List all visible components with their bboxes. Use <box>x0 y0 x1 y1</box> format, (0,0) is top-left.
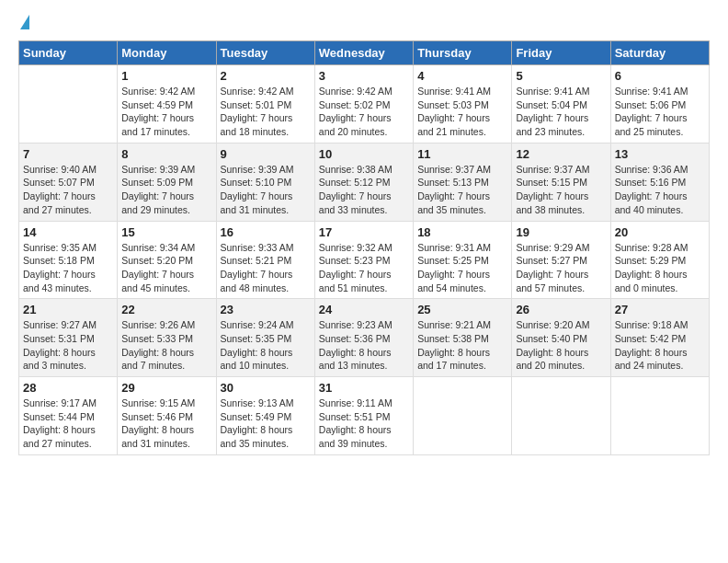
calendar-cell <box>19 65 118 144</box>
cell-info: Sunrise: 9:42 AMSunset: 5:01 PMDaylight:… <box>221 85 311 139</box>
day-number: 9 <box>221 147 311 161</box>
day-number: 29 <box>121 381 211 395</box>
calendar-cell: 24Sunrise: 9:23 AMSunset: 5:36 PMDayligh… <box>314 299 413 377</box>
cell-info: Sunrise: 9:28 AMSunset: 5:29 PMDaylight:… <box>615 241 705 295</box>
calendar-cell: 6Sunrise: 9:41 AMSunset: 5:06 PMDaylight… <box>610 65 709 144</box>
cell-info: Sunrise: 9:35 AMSunset: 5:18 PMDaylight:… <box>23 241 113 295</box>
day-number: 15 <box>121 225 211 239</box>
cell-info: Sunrise: 9:26 AMSunset: 5:33 PMDaylight:… <box>121 318 211 373</box>
day-number: 11 <box>417 147 507 161</box>
cell-info: Sunrise: 9:39 AMSunset: 5:09 PMDaylight:… <box>121 163 211 217</box>
cell-info: Sunrise: 9:41 AMSunset: 5:03 PMDaylight:… <box>417 85 507 139</box>
calendar-week-2: 7Sunrise: 9:40 AMSunset: 5:07 PMDaylight… <box>19 143 710 221</box>
calendar-cell: 27Sunrise: 9:18 AMSunset: 5:42 PMDayligh… <box>610 299 709 377</box>
day-number: 22 <box>121 303 211 316</box>
day-number: 2 <box>221 69 311 83</box>
cell-info: Sunrise: 9:29 AMSunset: 5:27 PMDaylight:… <box>516 241 606 295</box>
cell-info: Sunrise: 9:18 AMSunset: 5:42 PMDaylight:… <box>615 318 705 373</box>
cell-info: Sunrise: 9:13 AMSunset: 5:49 PMDaylight:… <box>221 396 311 451</box>
day-number: 3 <box>319 69 409 83</box>
calendar-cell: 23Sunrise: 9:24 AMSunset: 5:35 PMDayligh… <box>216 299 314 377</box>
calendar-cell: 14Sunrise: 9:35 AMSunset: 5:18 PMDayligh… <box>19 221 118 299</box>
calendar-cell: 10Sunrise: 9:38 AMSunset: 5:12 PMDayligh… <box>314 143 413 221</box>
day-number: 24 <box>319 303 409 316</box>
calendar-cell <box>610 377 709 455</box>
calendar-cell: 29Sunrise: 9:15 AMSunset: 5:46 PMDayligh… <box>118 377 216 455</box>
cell-info: Sunrise: 9:42 AMSunset: 4:59 PMDaylight:… <box>121 85 211 139</box>
day-number: 20 <box>615 225 705 239</box>
weekday-header-friday: Friday <box>512 41 610 65</box>
day-number: 12 <box>516 147 606 161</box>
cell-info: Sunrise: 9:41 AMSunset: 5:04 PMDaylight:… <box>516 85 606 139</box>
cell-info: Sunrise: 9:11 AMSunset: 5:51 PMDaylight:… <box>319 396 409 451</box>
cell-info: Sunrise: 9:33 AMSunset: 5:21 PMDaylight:… <box>221 241 311 295</box>
weekday-header-thursday: Thursday <box>414 41 512 65</box>
weekday-header-monday: Monday <box>118 41 216 65</box>
calendar-cell: 21Sunrise: 9:27 AMSunset: 5:31 PMDayligh… <box>19 299 118 377</box>
calendar-cell: 28Sunrise: 9:17 AMSunset: 5:44 PMDayligh… <box>19 377 118 455</box>
day-number: 4 <box>417 69 507 83</box>
day-number: 19 <box>516 225 606 239</box>
calendar-cell <box>414 377 512 455</box>
cell-info: Sunrise: 9:37 AMSunset: 5:13 PMDaylight:… <box>417 163 507 217</box>
day-number: 30 <box>221 381 311 395</box>
weekday-header-tuesday: Tuesday <box>216 41 314 65</box>
calendar-cell: 1Sunrise: 9:42 AMSunset: 4:59 PMDaylight… <box>118 65 216 144</box>
day-number: 25 <box>417 303 507 316</box>
calendar-cell: 9Sunrise: 9:39 AMSunset: 5:10 PMDaylight… <box>216 143 314 221</box>
cell-info: Sunrise: 9:34 AMSunset: 5:20 PMDaylight:… <box>121 241 211 295</box>
calendar-cell: 16Sunrise: 9:33 AMSunset: 5:21 PMDayligh… <box>216 221 314 299</box>
page-header <box>18 15 710 31</box>
calendar-cell: 12Sunrise: 9:37 AMSunset: 5:15 PMDayligh… <box>512 143 610 221</box>
day-number: 31 <box>319 381 409 395</box>
cell-info: Sunrise: 9:24 AMSunset: 5:35 PMDaylight:… <box>221 318 311 373</box>
day-number: 10 <box>319 147 409 161</box>
cell-info: Sunrise: 9:20 AMSunset: 5:40 PMDaylight:… <box>516 318 606 373</box>
day-number: 18 <box>417 225 507 239</box>
calendar-cell: 15Sunrise: 9:34 AMSunset: 5:20 PMDayligh… <box>118 221 216 299</box>
calendar-cell: 11Sunrise: 9:37 AMSunset: 5:13 PMDayligh… <box>414 143 512 221</box>
calendar-cell: 25Sunrise: 9:21 AMSunset: 5:38 PMDayligh… <box>414 299 512 377</box>
calendar-cell <box>512 377 610 455</box>
day-number: 5 <box>516 69 606 83</box>
calendar-cell: 30Sunrise: 9:13 AMSunset: 5:49 PMDayligh… <box>216 377 314 455</box>
cell-info: Sunrise: 9:32 AMSunset: 5:23 PMDaylight:… <box>319 241 409 295</box>
calendar-cell: 3Sunrise: 9:42 AMSunset: 5:02 PMDaylight… <box>314 65 413 144</box>
day-number: 21 <box>23 303 113 316</box>
day-number: 26 <box>516 303 606 316</box>
day-number: 17 <box>319 225 409 239</box>
cell-info: Sunrise: 9:38 AMSunset: 5:12 PMDaylight:… <box>319 163 409 217</box>
day-number: 7 <box>23 147 113 161</box>
day-number: 13 <box>615 147 705 161</box>
calendar-week-3: 14Sunrise: 9:35 AMSunset: 5:18 PMDayligh… <box>19 221 710 299</box>
cell-info: Sunrise: 9:40 AMSunset: 5:07 PMDaylight:… <box>23 163 113 217</box>
calendar-week-4: 21Sunrise: 9:27 AMSunset: 5:31 PMDayligh… <box>19 299 710 377</box>
cell-info: Sunrise: 9:39 AMSunset: 5:10 PMDaylight:… <box>221 163 311 217</box>
cell-info: Sunrise: 9:36 AMSunset: 5:16 PMDaylight:… <box>615 163 705 217</box>
day-number: 14 <box>23 225 113 239</box>
cell-info: Sunrise: 9:37 AMSunset: 5:15 PMDaylight:… <box>516 163 606 217</box>
calendar-cell: 17Sunrise: 9:32 AMSunset: 5:23 PMDayligh… <box>314 221 413 299</box>
calendar-cell: 8Sunrise: 9:39 AMSunset: 5:09 PMDaylight… <box>118 143 216 221</box>
cell-info: Sunrise: 9:23 AMSunset: 5:36 PMDaylight:… <box>319 318 409 373</box>
calendar-cell: 22Sunrise: 9:26 AMSunset: 5:33 PMDayligh… <box>118 299 216 377</box>
calendar-cell: 4Sunrise: 9:41 AMSunset: 5:03 PMDaylight… <box>414 65 512 144</box>
calendar-cell: 13Sunrise: 9:36 AMSunset: 5:16 PMDayligh… <box>610 143 709 221</box>
day-number: 16 <box>221 225 311 239</box>
cell-info: Sunrise: 9:17 AMSunset: 5:44 PMDaylight:… <box>23 396 113 451</box>
cell-info: Sunrise: 9:41 AMSunset: 5:06 PMDaylight:… <box>615 85 705 139</box>
day-number: 27 <box>615 303 705 316</box>
day-number: 1 <box>121 69 211 83</box>
day-number: 6 <box>615 69 705 83</box>
day-number: 23 <box>221 303 311 316</box>
calendar-cell: 18Sunrise: 9:31 AMSunset: 5:25 PMDayligh… <box>414 221 512 299</box>
day-number: 8 <box>121 147 211 161</box>
cell-info: Sunrise: 9:42 AMSunset: 5:02 PMDaylight:… <box>319 85 409 139</box>
calendar-cell: 31Sunrise: 9:11 AMSunset: 5:51 PMDayligh… <box>314 377 413 455</box>
calendar-cell: 19Sunrise: 9:29 AMSunset: 5:27 PMDayligh… <box>512 221 610 299</box>
logo <box>18 15 29 31</box>
weekday-header-wednesday: Wednesday <box>314 41 413 65</box>
calendar-cell: 20Sunrise: 9:28 AMSunset: 5:29 PMDayligh… <box>610 221 709 299</box>
day-number: 28 <box>23 381 113 395</box>
cell-info: Sunrise: 9:27 AMSunset: 5:31 PMDaylight:… <box>23 318 113 373</box>
